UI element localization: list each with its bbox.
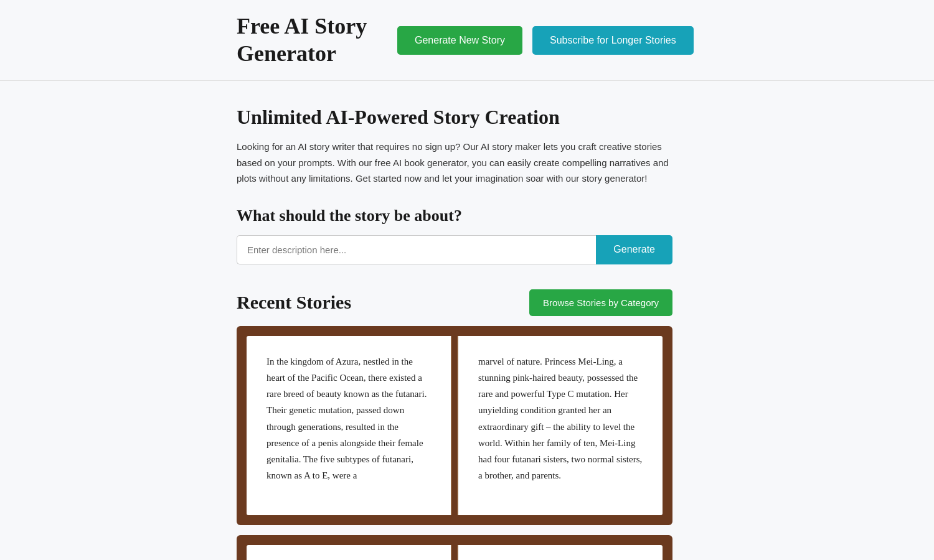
- next-book-spine: [452, 545, 457, 561]
- next-story-book: [237, 535, 672, 561]
- next-story-page-left: [247, 545, 452, 561]
- story-text-right: marvel of nature. Princess Mei-Ling, a s…: [478, 353, 643, 484]
- story-text-left: In the kingdom of Azura, nestled in the …: [267, 353, 431, 484]
- story-book: In the kingdom of Azura, nestled in the …: [237, 326, 672, 525]
- book-spine: [452, 336, 457, 515]
- prompt-label: What should the story be about?: [237, 207, 672, 225]
- site-header: Free AI Story Generator Generate New Sto…: [0, 0, 934, 81]
- main-content: Unlimited AI-Powered Story Creation Look…: [237, 81, 672, 560]
- story-page-left: In the kingdom of Azura, nestled in the …: [247, 336, 452, 515]
- recent-stories-title: Recent Stories: [237, 292, 351, 313]
- next-story-page-right: [457, 545, 663, 561]
- generate-story-button[interactable]: Generate: [596, 235, 672, 264]
- generate-new-story-button[interactable]: Generate New Story: [397, 26, 522, 55]
- story-page-right: marvel of nature. Princess Mei-Ling, a s…: [457, 336, 663, 515]
- header-buttons: Generate New Story Subscribe for Longer …: [397, 26, 694, 55]
- story-prompt-input[interactable]: [237, 235, 596, 264]
- hero-heading: Unlimited AI-Powered Story Creation: [237, 106, 672, 129]
- site-title: Free AI Story Generator: [237, 13, 367, 67]
- prompt-row: Generate: [237, 235, 672, 264]
- subscribe-longer-stories-button[interactable]: Subscribe for Longer Stories: [532, 26, 694, 55]
- intro-text: Looking for an AI story writer that requ…: [237, 139, 672, 187]
- browse-stories-by-category-button[interactable]: Browse Stories by Category: [529, 289, 672, 316]
- recent-stories-header: Recent Stories Browse Stories by Categor…: [237, 289, 672, 316]
